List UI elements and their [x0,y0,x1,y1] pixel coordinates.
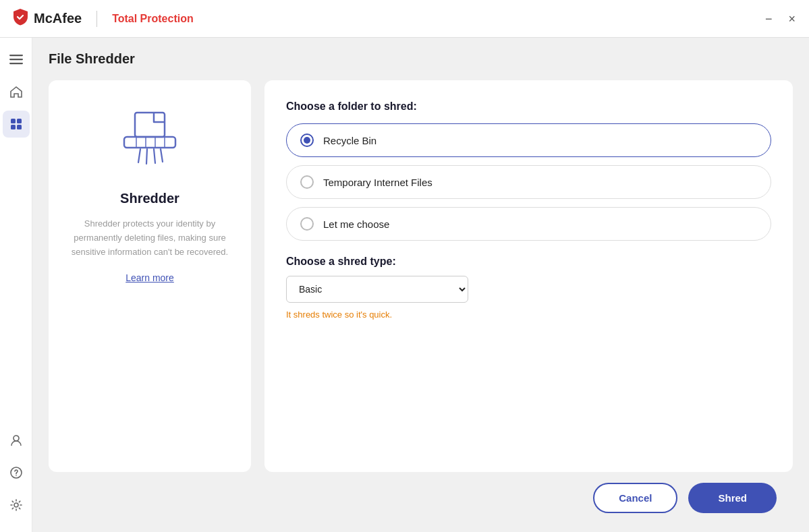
app-body: File Shredder [0,38,809,532]
page-title: File Shredder [49,51,793,67]
learn-more-button[interactable]: Learn more [125,272,174,283]
mcafee-shield-icon [11,7,30,30]
temp-files-label: Temporary Internet Files [323,177,433,188]
svg-point-10 [14,503,18,507]
temp-files-option[interactable]: Temporary Internet Files [286,165,771,199]
shred-type-section: Choose a shred type: Basic Complete Cust… [286,256,771,320]
bottom-action-bar: Cancel Shred [49,472,793,519]
main-panels: Shredder Shredder protects your identity… [49,80,793,472]
recycle-bin-label: Recycle Bin [323,135,376,146]
app-logo: McAfee Total Protection [11,7,194,30]
main-content: File Shredder [32,38,809,532]
svg-line-19 [154,149,155,163]
sidebar-settings-icon[interactable] [3,492,30,519]
recycle-bin-radio[interactable] [300,134,314,147]
folder-section-label: Choose a folder to shred: [286,100,771,113]
sidebar-account-icon[interactable] [3,427,30,454]
svg-rect-11 [135,113,165,137]
shredder-heading: Shredder [120,191,179,206]
shred-hint-text: It shreds twice so it's quick. [286,309,771,320]
svg-rect-2 [9,63,23,64]
svg-rect-6 [17,125,22,129]
sidebar-bottom [3,427,30,524]
title-bar: McAfee Total Protection − × [0,0,809,38]
sidebar [0,38,32,532]
svg-point-7 [13,436,19,441]
let-me-choose-label: Let me choose [323,218,389,230]
svg-line-20 [161,149,163,162]
shredder-info-panel: Shredder Shredder protects your identity… [49,80,251,472]
mcafee-text: McAfee [34,11,82,26]
sidebar-help-icon[interactable] [3,459,30,486]
temp-files-radio[interactable] [300,175,314,189]
shredder-options-panel: Choose a folder to shred: Recycle Bin Te… [264,80,793,472]
cancel-button[interactable]: Cancel [593,483,677,513]
mcafee-brand: McAfee [11,7,82,30]
svg-point-9 [16,475,17,477]
svg-rect-4 [17,119,22,123]
title-divider [96,11,97,27]
window-controls: − × [762,11,798,26]
product-name: Total Protection [112,13,194,25]
svg-line-17 [138,149,140,162]
let-me-choose-radio[interactable] [300,217,314,231]
svg-rect-1 [9,59,23,60]
sidebar-home-icon[interactable] [3,78,30,105]
shred-type-label: Choose a shred type: [286,256,771,268]
svg-rect-12 [124,137,175,148]
minimize-button[interactable]: − [762,11,775,26]
let-me-choose-option[interactable]: Let me choose [286,207,771,241]
shred-button[interactable]: Shred [688,483,777,513]
svg-rect-5 [11,125,16,129]
shredder-illustration [109,107,190,177]
svg-line-18 [146,149,147,164]
svg-rect-3 [11,119,16,123]
shredder-description: Shredder protects your identity by perma… [65,217,235,259]
sidebar-apps-icon[interactable] [3,111,30,138]
recycle-bin-option[interactable]: Recycle Bin [286,123,771,157]
svg-rect-0 [9,55,23,56]
shred-type-select[interactable]: Basic Complete Custom [286,276,468,303]
sidebar-menu-icon[interactable] [3,46,30,73]
close-button[interactable]: × [785,11,798,26]
